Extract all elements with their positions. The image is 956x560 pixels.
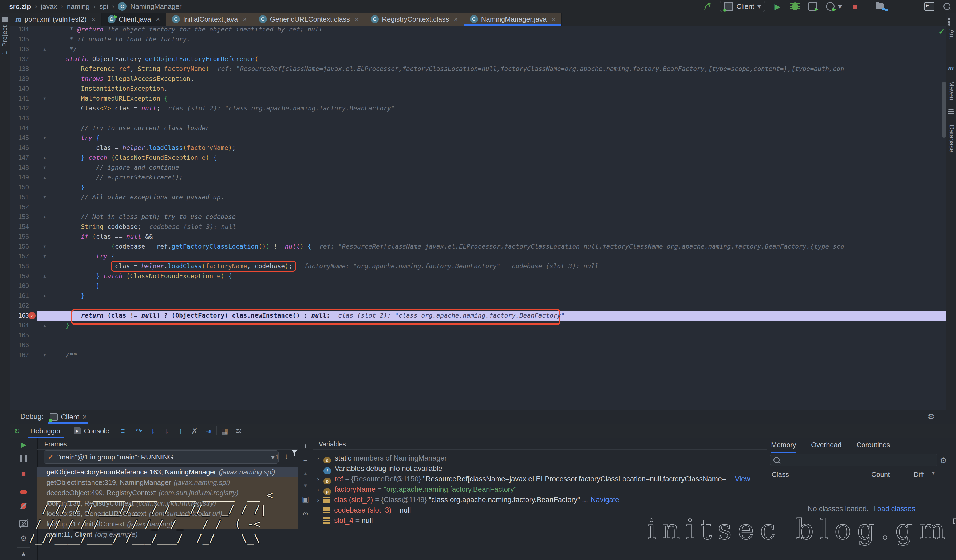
close-icon[interactable]: × [242, 15, 247, 24]
remove-icon[interactable]: − [303, 456, 307, 465]
code-line[interactable]: clas = helper.loadClass(factoryName); [51, 143, 236, 153]
memory-tab-overhead[interactable]: Overhead [811, 438, 841, 452]
tool-button-database[interactable]: Database [948, 109, 956, 152]
debug-button[interactable] [790, 1, 800, 12]
copy-stack-icon[interactable]: ▣ [302, 495, 309, 504]
fold-marker[interactable]: ▴ [41, 212, 49, 222]
code-line[interactable]: } catch (ClassNotFoundException e) { [51, 271, 232, 281]
fold-marker[interactable]: ▴ [41, 271, 49, 281]
filter-icon[interactable] [291, 453, 297, 458]
code-line[interactable]: InstantiationException, [51, 84, 168, 94]
code-line[interactable]: } [51, 320, 70, 330]
step-over-icon[interactable]: ↷ [133, 427, 145, 436]
debug-session-tab[interactable]: Client × [50, 411, 87, 423]
fold-marker[interactable]: ▾ [41, 192, 49, 202]
breadcrumb-item[interactable]: spi [99, 2, 108, 11]
code-line[interactable]: MalformedURLException { [51, 94, 168, 104]
line-number[interactable]: 163 [9, 311, 29, 320]
code-line[interactable]: (codebase = ref.getFactoryClassLocation(… [51, 242, 844, 251]
fold-marker[interactable]: ▾ [41, 242, 49, 251]
line-number[interactable]: 158 [9, 261, 29, 271]
line-number[interactable]: 166 [9, 340, 29, 350]
code-line[interactable]: Reference ref, String factoryName)ref: "… [51, 64, 844, 74]
fold-marker[interactable]: ▴ [41, 44, 49, 54]
debug-settings-gear-icon[interactable]: ⚙ [928, 412, 935, 421]
line-number[interactable]: 141 [9, 94, 29, 104]
close-icon[interactable]: × [355, 15, 359, 24]
code-line[interactable]: // e.printStackTrace(); [51, 173, 183, 182]
resume-icon[interactable]: ▶ [9, 440, 37, 449]
line-number[interactable]: 162 [9, 301, 29, 311]
code-line[interactable]: // ignore and continue [51, 163, 179, 173]
line-number[interactable]: 159 [9, 271, 29, 281]
line-number[interactable]: 144 [9, 123, 29, 133]
move-up-icon[interactable]: ▲ [303, 471, 308, 477]
line-number[interactable]: 152 [9, 202, 29, 212]
editor-scrollbar[interactable] [942, 82, 946, 138]
breadcrumb-item[interactable]: src.zip [9, 2, 31, 11]
line-number[interactable]: 143 [9, 113, 29, 123]
fold-marker[interactable]: ▾ [41, 94, 49, 104]
code-line[interactable]: Class<?> clas = null;clas (slot_2): "cla… [51, 104, 395, 113]
force-step-into-icon[interactable]: ↓ [161, 427, 173, 435]
editor-tab[interactable]: CInitialContext.java× [166, 13, 253, 26]
debugger-settings-icon[interactable]: ⚙ [9, 534, 37, 543]
line-number[interactable]: 151 [9, 192, 29, 202]
add-icon[interactable]: + [303, 442, 307, 450]
line-number[interactable]: 157 [9, 251, 29, 261]
expand-icon[interactable]: › [313, 453, 324, 463]
stack-frame-row[interactable]: decodeObject:499, RegistryContext(com.su… [37, 488, 297, 498]
close-icon[interactable]: × [551, 15, 555, 24]
line-number[interactable]: 134 [9, 26, 29, 35]
editor-tab[interactable]: CRegistryContext.class× [365, 13, 464, 26]
variable-action-link[interactable]: View [735, 475, 750, 483]
line-number[interactable]: 146 [9, 143, 29, 153]
line-number[interactable]: 139 [9, 74, 29, 84]
code-line[interactable]: /** [51, 350, 77, 360]
rerun-icon[interactable]: ↻ [11, 427, 23, 436]
code-line[interactable]: * @return The object factory for the obj… [51, 26, 323, 35]
expand-icon[interactable]: › [313, 474, 324, 484]
step-out-icon[interactable]: ↑ [175, 427, 187, 435]
fold-marker[interactable]: ▴ [41, 173, 49, 182]
run-configuration-select[interactable]: Client ▾ [720, 0, 765, 12]
memory-settings-gear-icon[interactable]: ⚙ [940, 456, 947, 465]
line-number[interactable]: 140 [9, 84, 29, 94]
editor-tab[interactable]: CGenericURLContext.class× [253, 13, 365, 26]
layout-icon[interactable]: ≡ [117, 427, 129, 435]
line-number[interactable]: 136 [9, 44, 29, 54]
line-number[interactable]: 142 [9, 104, 29, 113]
breadcrumb[interactable]: src.zip›javax›naming›spi›CNamingManager [9, 0, 182, 13]
variable-action-link[interactable]: Navigate [591, 496, 619, 504]
line-number[interactable]: 145 [9, 133, 29, 143]
fold-marker[interactable]: ▴ [41, 291, 49, 301]
fold-marker[interactable]: ▾ [41, 350, 49, 360]
stack-frame-row[interactable]: lookup:138, RegistryContext(com.sun.jndi… [37, 498, 297, 508]
code-line[interactable]: // All other exceptions are passed up. [51, 192, 225, 202]
load-classes-link[interactable]: Load classes [873, 505, 915, 513]
line-number[interactable]: 153 [9, 212, 29, 222]
code-line[interactable]: // Not in class path; try to use codebas… [51, 212, 236, 222]
coverage-button[interactable] [807, 1, 818, 12]
mute-breakpoints-icon[interactable] [9, 502, 37, 511]
code-line[interactable]: } [51, 291, 85, 301]
evaluate-expression-icon[interactable]: ▦ [219, 427, 231, 436]
build-hammer-icon[interactable] [702, 1, 713, 12]
variable-row[interactable]: ›pref = {ResourceRef@1150} "ResourceRef[… [313, 474, 767, 484]
close-icon[interactable]: × [82, 413, 87, 421]
variable-row[interactable]: codebase (slot_3) = null [313, 505, 767, 516]
terminal-button[interactable] [924, 1, 935, 12]
tool-button-ant[interactable]: Ant [948, 18, 956, 39]
memory-table-header[interactable]: Class Count Diff ▼ [767, 468, 956, 482]
variable-row[interactable]: slot_4 = null [313, 516, 767, 526]
fold-marker[interactable]: ▾ [41, 251, 49, 261]
tab-console[interactable]: ▶Console [68, 424, 115, 438]
tab-debugger[interactable]: Debugger [25, 424, 66, 438]
line-number[interactable]: 137 [9, 54, 29, 64]
move-down-icon[interactable]: ▼ [303, 483, 308, 489]
project-tool-icon[interactable] [2, 17, 8, 22]
tool-button-maven[interactable]: mMaven [948, 63, 956, 100]
code-line[interactable]: try { [51, 251, 115, 261]
code-line[interactable]: // Try to use current class loader [51, 123, 209, 133]
line-number[interactable]: 148 [9, 163, 29, 173]
